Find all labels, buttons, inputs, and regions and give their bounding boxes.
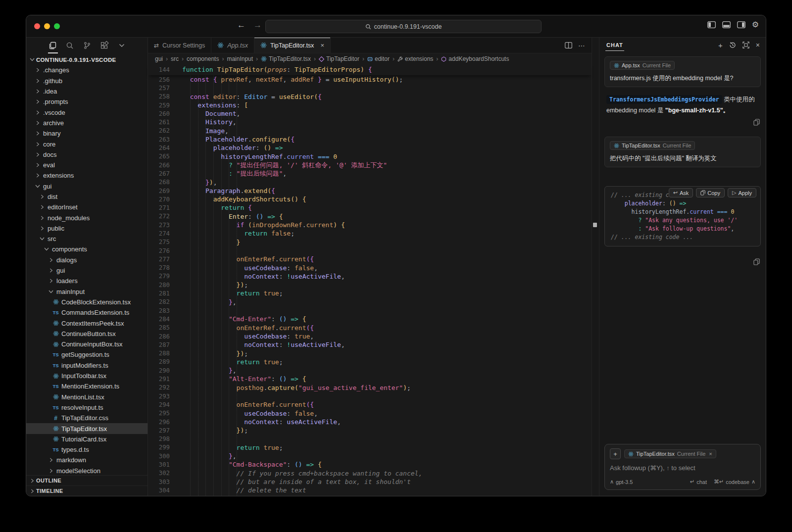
code-line[interactable]: 279 noContext: !useActiveFile, bbox=[148, 272, 592, 281]
tree-item-file[interactable]: #TipTapEditor.css bbox=[26, 413, 148, 423]
settings-gear-icon[interactable]: ⚙ bbox=[752, 21, 759, 29]
tree-item-folder[interactable]: components bbox=[26, 244, 148, 254]
code-line[interactable]: 271 return { bbox=[148, 203, 592, 212]
tree-item-folder[interactable]: binary bbox=[26, 128, 148, 139]
tree-item-folder[interactable]: public bbox=[26, 223, 148, 234]
tree-item-folder[interactable]: .idea bbox=[26, 86, 148, 97]
breadcrumb-item[interactable]: components bbox=[187, 55, 219, 62]
tree-item-folder[interactable]: .github bbox=[26, 76, 148, 86]
tree-item-folder[interactable]: gui bbox=[26, 181, 148, 192]
breadcrumb-item[interactable]: editor bbox=[367, 55, 390, 62]
tree-item-folder[interactable]: gui bbox=[26, 265, 148, 276]
tree-item-folder[interactable]: loaders bbox=[26, 276, 148, 286]
code-line[interactable]: 261 History, bbox=[148, 118, 592, 126]
sidebar-section-outline[interactable]: OUTLINE bbox=[26, 475, 148, 485]
code-line[interactable]: 256 const { prevRef, nextRef, addRef } =… bbox=[148, 75, 592, 84]
code-line[interactable]: 275 } bbox=[148, 238, 592, 246]
tree-item-file[interactable]: TSgetSuggestion.ts bbox=[26, 349, 148, 360]
code-line[interactable]: 290 }, bbox=[148, 366, 592, 375]
code-line[interactable]: 295 useCodebase: false, bbox=[148, 409, 592, 418]
code-line[interactable]: 266 ? "提出任何问题, '/' 斜杠命令, '@' 添加上下文" bbox=[148, 161, 592, 169]
tree-item-folder[interactable]: .changes bbox=[26, 65, 148, 75]
code-line[interactable]: 258 const editor: Editor = useEditor({ bbox=[148, 93, 592, 101]
code-line[interactable]: 286 useCodebase: true, bbox=[148, 332, 592, 340]
context-chip[interactable]: TipTapEditor.tsx Current File bbox=[610, 141, 695, 150]
tree-item-folder[interactable]: dialogs bbox=[26, 255, 148, 265]
tab-cursor-settings[interactable]: ⇄Cursor Settings bbox=[148, 38, 211, 53]
tree-item-file[interactable]: MentionList.tsx bbox=[26, 392, 148, 402]
tree-item-folder[interactable]: eval bbox=[26, 160, 148, 170]
code-line[interactable]: 259 extensions: [ bbox=[148, 101, 592, 109]
tree-item-file[interactable]: CodeBlockExtension.tsx bbox=[26, 297, 148, 307]
user-message[interactable]: TipTapEditor.tsx Current File 把代码中的 "提出后… bbox=[604, 137, 761, 167]
code-line[interactable]: 288 }); bbox=[148, 349, 592, 358]
breadcrumb-item[interactable]: TipTapEditor bbox=[319, 55, 359, 62]
code-viewport[interactable]: 256 const { prevRef, nextRef, addRef } =… bbox=[148, 75, 592, 496]
code-line[interactable]: 292 posthog.capture("gui_use_active_file… bbox=[148, 384, 592, 392]
tree-item-file[interactable]: TutorialCard.tsx bbox=[26, 434, 148, 444]
code-line[interactable]: 277 onEnterRef.current({ bbox=[148, 255, 592, 263]
remove-chip-icon[interactable]: × bbox=[709, 451, 712, 457]
tree-item-file[interactable]: TStypes.d.ts bbox=[26, 444, 148, 455]
code-line[interactable]: 272 Enter: () => { bbox=[148, 212, 592, 221]
tree-item-file[interactable]: TSCommandsExtension.ts bbox=[26, 307, 148, 318]
code-line[interactable]: 294 onEnterRef.current({ bbox=[148, 400, 592, 409]
toggle-panel-bottom-icon[interactable] bbox=[722, 21, 731, 28]
close-panel-icon[interactable]: × bbox=[756, 41, 760, 49]
user-message[interactable]: App.tsx Current File transformers.js 使用的… bbox=[604, 56, 761, 87]
code-line[interactable]: 302 // If you press cmd+backspace wantin… bbox=[148, 469, 592, 478]
code-line[interactable]: 269 Paragraph.extend({ bbox=[148, 187, 592, 195]
code-line[interactable]: 296 noContext: useActiveFile, bbox=[148, 418, 592, 426]
chat-input-box[interactable]: + TipTapEditor.tsx Current File × Ask f bbox=[604, 444, 761, 490]
copy-response-icon[interactable] bbox=[753, 119, 760, 126]
code-line[interactable]: 283 bbox=[148, 306, 592, 315]
nav-back-icon[interactable]: ← bbox=[237, 20, 246, 30]
tree-item-folder[interactable]: markdown bbox=[26, 455, 148, 465]
code-line[interactable]: 293 bbox=[148, 392, 592, 400]
tree-item-folder[interactable]: mainInput bbox=[26, 287, 148, 297]
context-chip[interactable]: App.tsx Current File bbox=[610, 61, 675, 70]
more-views-chevron-icon[interactable] bbox=[116, 40, 127, 51]
code-line[interactable]: 304 // delete the text bbox=[148, 486, 592, 494]
code-line[interactable]: 264 placeholder: () => bbox=[148, 144, 592, 152]
code-line[interactable]: 297 }); bbox=[148, 426, 592, 435]
tree-item-folder[interactable]: modelSelection bbox=[26, 466, 148, 475]
code-line[interactable]: 268 }), bbox=[148, 178, 592, 187]
code-line[interactable]: 301 "Cmd-Backspace": () => { bbox=[148, 460, 592, 469]
tree-root[interactable]: CONTINUE-0.9.191-VSCODE bbox=[26, 54, 148, 65]
code-line[interactable]: 287 noContext: !useActiveFile, bbox=[148, 340, 592, 349]
code-line[interactable]: 298 bbox=[148, 435, 592, 443]
code-line[interactable]: 289 return true; bbox=[148, 358, 592, 366]
code-line[interactable]: 300 }, bbox=[148, 452, 592, 460]
breadcrumb-item[interactable]: addKeyboardShortcuts bbox=[441, 55, 509, 62]
code-line[interactable]: 263 Placeholder.configure({ bbox=[148, 135, 592, 144]
code-line[interactable]: 291 "Alt-Enter": () => { bbox=[148, 375, 592, 383]
close-tab-icon[interactable]: × bbox=[320, 42, 324, 49]
tree-item-file[interactable]: ContextItemsPeek.tsx bbox=[26, 318, 148, 328]
code-line[interactable]: 273 if (inDropdownRef.current) { bbox=[148, 221, 592, 229]
scrollbar-thumb[interactable] bbox=[593, 223, 597, 227]
tree-item-folder[interactable]: docs bbox=[26, 149, 148, 160]
code-line[interactable]: 265 historyLengthRef.current === 0 bbox=[148, 152, 592, 161]
code-line[interactable]: 285 onEnterRef.current({ bbox=[148, 324, 592, 332]
tree-item-folder[interactable]: node_modules bbox=[26, 212, 148, 223]
code-line[interactable]: 281 return true; bbox=[148, 289, 592, 297]
tree-item-folder[interactable]: editorInset bbox=[26, 202, 148, 212]
copy-button[interactable]: Copy bbox=[696, 188, 725, 197]
code-line[interactable]: 299 return true; bbox=[148, 443, 592, 452]
explorer-files-icon[interactable] bbox=[47, 40, 58, 51]
tree-item-file[interactable]: TSresolveInput.ts bbox=[26, 402, 148, 413]
command-center-search[interactable]: continue-0.9.191-vscode bbox=[265, 20, 542, 33]
tree-item-folder[interactable]: .prompts bbox=[26, 97, 148, 107]
code-line[interactable]: 260 Document, bbox=[148, 109, 592, 118]
expand-panel-icon[interactable] bbox=[742, 42, 749, 48]
tab-tiptapeditor-tsx[interactable]: TipTapEditor.tsx× bbox=[254, 38, 331, 53]
tree-item-file[interactable]: InputToolbar.tsx bbox=[26, 371, 148, 381]
tree-item-file[interactable]: ContinueButton.tsx bbox=[26, 329, 148, 339]
tree-item-folder[interactable]: core bbox=[26, 139, 148, 149]
code-line[interactable]: 276 bbox=[148, 246, 592, 255]
more-actions-icon[interactable]: ⋯ bbox=[578, 42, 586, 49]
tree-item-folder[interactable]: .vscode bbox=[26, 107, 148, 117]
breadcrumb-item[interactable]: extensions bbox=[397, 55, 433, 62]
toggle-sidebar-left-icon[interactable] bbox=[707, 21, 716, 28]
